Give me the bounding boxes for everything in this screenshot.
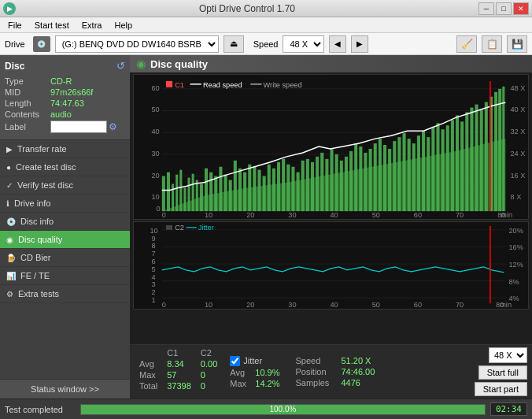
menu-bar: File Start test Extra Help <box>0 17 532 33</box>
action-button-2[interactable]: 📋 <box>482 35 502 53</box>
svg-rect-44 <box>214 176 217 212</box>
top-chart: 60 50 40 30 20 10 0 48 X 40 X 32 X 24 X … <box>133 74 529 220</box>
svg-rect-78 <box>379 139 382 211</box>
save-button[interactable]: 💾 <box>507 35 527 53</box>
svg-text:20%: 20% <box>508 227 523 235</box>
svg-rect-41 <box>200 184 203 211</box>
svg-text:min: min <box>501 211 512 219</box>
jitter-avg-label: Avg <box>230 368 252 377</box>
sidebar-item-verify-test-disc[interactable]: ✓ Verify test disc <box>0 176 130 195</box>
disc-label-row: Label ⚙ <box>5 121 125 133</box>
svg-rect-56 <box>272 169 275 211</box>
svg-text:1: 1 <box>151 296 155 304</box>
status-window-sidebar-btn[interactable]: Status window >> <box>0 379 130 399</box>
svg-rect-80 <box>388 149 391 211</box>
svg-text:min: min <box>500 301 512 309</box>
sidebar-item-disc-info[interactable]: 💿 Disc info <box>0 213 130 231</box>
svg-text:8: 8 <box>151 243 155 250</box>
svg-rect-36 <box>179 170 182 211</box>
svg-text:8 X: 8 X <box>511 193 522 201</box>
svg-rect-73 <box>354 143 357 211</box>
svg-rect-100 <box>485 102 488 211</box>
svg-text:30: 30 <box>151 150 159 158</box>
position-label: Position <box>295 367 334 376</box>
sidebar-item-extra-tests[interactable]: ⚙ Extra tests <box>0 285 130 303</box>
max-c1: 57 <box>162 369 196 380</box>
svg-rect-34 <box>172 184 174 211</box>
disc-quality-icon: ◉ <box>6 235 13 244</box>
disc-label-input[interactable] <box>50 121 107 133</box>
disc-refresh-icon[interactable]: ↺ <box>116 60 125 72</box>
drive-icon: 💿 <box>33 36 50 52</box>
create-test-disc-icon: ● <box>6 163 11 172</box>
svg-rect-65 <box>316 157 319 211</box>
svg-rect-88 <box>427 137 430 211</box>
sidebar-item-drive-info[interactable]: ℹ Drive info <box>0 195 130 213</box>
svg-text:2: 2 <box>151 288 155 296</box>
max-c2: 0 <box>196 369 222 380</box>
svg-text:5: 5 <box>151 265 155 273</box>
svg-rect-90 <box>436 123 439 211</box>
sidebar-item-create-test-disc[interactable]: ● Create test disc <box>0 158 130 176</box>
svg-rect-46 <box>224 175 227 211</box>
disc-type-row: Type CD-R <box>5 76 125 86</box>
svg-rect-35 <box>175 175 178 211</box>
action-button-1[interactable]: 🧹 <box>456 35 477 53</box>
title-bar: ▶ Opti Drive Control 1.70 ─ □ ✕ <box>0 0 532 17</box>
svg-text:30: 30 <box>288 301 296 309</box>
menu-file[interactable]: File <box>3 19 27 32</box>
svg-rect-66 <box>320 153 323 211</box>
jitter-checkbox[interactable] <box>230 356 240 366</box>
svg-rect-58 <box>282 159 285 211</box>
drive-label: Drive <box>5 39 25 49</box>
time-display: 02:34 <box>490 402 527 416</box>
menu-start-test[interactable]: Start test <box>30 19 74 32</box>
disc-contents-row: Contents audio <box>5 109 125 119</box>
start-part-button[interactable]: Start part <box>475 382 527 396</box>
svg-rect-83 <box>402 133 405 211</box>
svg-rect-82 <box>397 137 401 211</box>
maximize-button[interactable]: □ <box>496 2 512 15</box>
svg-text:3: 3 <box>151 281 155 289</box>
svg-rect-84 <box>408 139 411 211</box>
speed-up-button[interactable]: ▶ <box>351 35 368 53</box>
speed-action-select[interactable]: 48 X <box>489 347 527 363</box>
verify-test-disc-icon: ✓ <box>6 181 13 190</box>
speed-select[interactable]: 48 X <box>283 35 324 53</box>
speed-label: Speed <box>253 39 279 49</box>
svg-text:50: 50 <box>151 106 159 114</box>
svg-rect-89 <box>431 128 434 211</box>
svg-rect-98 <box>475 105 478 212</box>
svg-rect-97 <box>470 108 473 212</box>
extra-tests-icon: ⚙ <box>6 290 13 298</box>
svg-rect-77 <box>374 143 377 211</box>
svg-text:10: 10 <box>205 301 212 309</box>
svg-rect-60 <box>291 167 294 211</box>
svg-text:0: 0 <box>162 211 166 219</box>
menu-extra[interactable]: Extra <box>77 19 107 32</box>
eject-button[interactable]: ⏏ <box>224 35 244 53</box>
svg-rect-50 <box>243 172 246 211</box>
svg-text:30: 30 <box>288 211 296 219</box>
svg-text:Jitter: Jitter <box>198 224 214 232</box>
svg-rect-92 <box>446 125 449 211</box>
drive-info-icon: ℹ <box>6 199 9 208</box>
disc-label-settings-icon[interactable]: ⚙ <box>109 121 117 132</box>
sidebar-item-transfer-rate[interactable]: ▶ Transfer rate <box>0 140 130 158</box>
sidebar-item-fe-te[interactable]: 📊 FE / TE <box>0 267 130 285</box>
speed-down-button[interactable]: ◀ <box>329 35 346 53</box>
svg-rect-95 <box>460 121 464 211</box>
menu-help[interactable]: Help <box>109 19 137 32</box>
drive-select[interactable]: (G:) BENQ DVD DD DW1640 BSRB <box>55 35 219 53</box>
drive-bar: Drive 💿 (G:) BENQ DVD DD DW1640 BSRB ⏏ S… <box>0 33 532 55</box>
svg-text:40: 40 <box>151 128 159 135</box>
sidebar-item-disc-quality[interactable]: ◉ Disc quality <box>0 231 130 249</box>
close-button[interactable]: ✕ <box>513 2 529 15</box>
svg-rect-51 <box>248 165 251 211</box>
svg-rect-67 <box>325 159 328 211</box>
minimize-button[interactable]: ─ <box>478 2 494 15</box>
total-c1: 37398 <box>162 380 196 391</box>
svg-text:40: 40 <box>330 301 338 309</box>
sidebar-item-cd-bier[interactable]: 🍺 CD Bier <box>0 249 130 267</box>
start-full-button[interactable]: Start full <box>478 365 527 380</box>
